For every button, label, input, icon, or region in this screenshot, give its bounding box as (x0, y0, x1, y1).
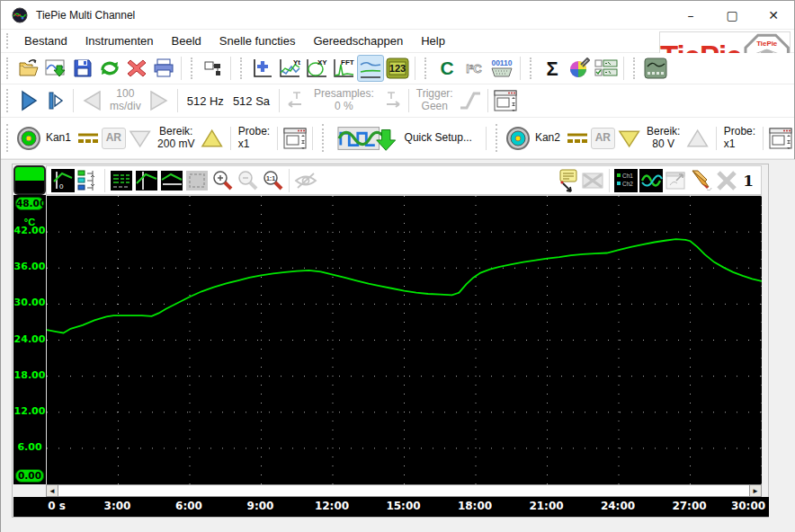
channel2-settings-button[interactable] (767, 125, 794, 152)
toolbar-grip[interactable] (633, 58, 638, 79)
minimize-button[interactable]: – (670, 1, 711, 30)
menu-item-gereedschappen[interactable]: Gereedschappen (304, 31, 412, 51)
svg-text:Σ: Σ (546, 58, 558, 79)
add-comment-button[interactable] (555, 168, 580, 192)
visibility-eye-button[interactable] (293, 168, 318, 192)
close-button[interactable]: ✕ (753, 1, 794, 30)
scrollbar-thumb[interactable] (58, 484, 749, 497)
channel2-bnc-icon[interactable] (505, 125, 531, 152)
toolbar-grip[interactable] (496, 124, 500, 153)
channel2-range: Bereik: 80 V (643, 126, 683, 151)
toolbar-grip[interactable] (6, 89, 11, 111)
channel2-coupling-icon[interactable] (564, 125, 591, 152)
menu-item-snelle-functies[interactable]: Snelle functies (210, 31, 305, 51)
axis-zero-button[interactable]: 0 (50, 168, 76, 192)
horizontal-cursor-button[interactable] (159, 168, 184, 192)
maximize-button[interactable]: ▢ (711, 1, 753, 30)
y-axis[interactable]: 48.0042.0036.0030.0024.0018.0012.006.000… (13, 195, 46, 484)
y-tick-label[interactable]: 0.00 (15, 469, 44, 483)
record-length-value[interactable]: 512 Sa (233, 94, 270, 108)
toolbar-grip[interactable] (6, 33, 11, 49)
serial-protocol-button[interactable]: 00110 (487, 55, 516, 82)
timebase-faster-button[interactable] (145, 87, 174, 114)
zoom-reset-button[interactable]: 1:1 (260, 168, 285, 192)
save-data-button[interactable] (42, 55, 69, 82)
plot-area[interactable] (46, 195, 762, 484)
menu-item-instrumenten[interactable]: Instrumenten (76, 31, 163, 51)
menu-item-bestand[interactable]: Bestand (15, 31, 76, 51)
math-sigma-button[interactable]: Σ (539, 55, 566, 82)
menu-item-help[interactable]: Help (412, 31, 454, 51)
title-bar: TiePie Multi Channel – ▢ ✕ (1, 1, 794, 30)
vertical-cursor-button[interactable] (134, 168, 159, 192)
toolbar-grip[interactable] (322, 124, 326, 153)
toolbar-grip[interactable] (240, 58, 245, 79)
yt-graph-button[interactable]: Yt (276, 55, 303, 82)
channel1-range-up-button[interactable] (198, 125, 226, 152)
channel2-range-up-button[interactable] (683, 125, 711, 152)
channel1-settings-button[interactable] (281, 125, 308, 152)
delete-button[interactable] (123, 55, 150, 82)
toolbar-grip[interactable] (6, 124, 11, 153)
start-button[interactable] (15, 87, 42, 114)
y-tick-label[interactable]: 48.00 (15, 197, 44, 210)
xy-graph-button[interactable]: XY (303, 55, 330, 82)
zoom-in-button[interactable] (210, 168, 235, 192)
scroll-right-button[interactable]: ► (749, 484, 762, 497)
scroll-left-button[interactable]: ◄ (46, 484, 58, 497)
delete-comment-button[interactable] (580, 168, 605, 192)
presamples-decrease-button[interactable] (283, 87, 310, 114)
add-graph-button[interactable] (249, 55, 276, 82)
horizontal-scrollbar[interactable]: ◄ ► (46, 484, 762, 497)
channel2-name: Kan2 (531, 132, 564, 145)
save-button[interactable] (69, 55, 96, 82)
oneshot-button[interactable] (42, 87, 69, 114)
print-button[interactable] (150, 55, 177, 82)
channel1-autorange-button[interactable]: AR (102, 128, 126, 149)
instrument-window-button[interactable] (642, 55, 669, 82)
svg-text:0: 0 (59, 182, 64, 191)
sample-rate-value[interactable]: 512 Hz (187, 94, 224, 108)
color-settings-button[interactable] (566, 55, 593, 82)
main-toolbar: Yt XY FFT (1, 53, 794, 84)
channel1-bnc-icon[interactable] (15, 125, 42, 152)
object-tree-button[interactable] (200, 55, 227, 82)
waveform-view-button[interactable] (639, 168, 664, 192)
pen-style-button[interactable] (689, 168, 714, 192)
channel1-coupling-icon[interactable] (75, 125, 102, 152)
i2c-protocol-button[interactable]: I²C (460, 55, 487, 82)
close-graph-button[interactable] (714, 168, 739, 192)
x-tick-label: 18:00 (458, 500, 492, 512)
toolbar-grip[interactable] (424, 58, 429, 79)
can-protocol-button[interactable]: C (433, 55, 460, 82)
line-display-button[interactable] (357, 55, 384, 82)
popout-window-button[interactable] (664, 168, 689, 192)
meter-display-button[interactable]: 123 (384, 55, 411, 82)
fft-graph-button[interactable]: FFT (330, 55, 357, 82)
svg-text:XY: XY (317, 58, 327, 66)
toolbar-grip[interactable] (6, 58, 11, 79)
zoom-out-button[interactable] (235, 168, 260, 192)
open-file-button[interactable] (15, 55, 42, 82)
quick-setup-button[interactable]: Quick Setup... (331, 125, 482, 152)
presamples-increase-button[interactable] (378, 87, 405, 114)
menu-item-beeld[interactable]: Beeld (163, 31, 210, 51)
channel-list-settings-button[interactable] (593, 55, 620, 82)
trigger-slope-icon[interactable] (457, 87, 484, 114)
acquisition-settings-button[interactable] (492, 87, 519, 114)
toolbar-grip[interactable] (191, 58, 195, 79)
legend-button[interactable]: Ch1 Ch2 (613, 168, 639, 192)
refresh-button[interactable] (96, 55, 123, 82)
channel1-range-down-button[interactable] (126, 125, 154, 152)
value-table-button[interactable] (109, 168, 134, 192)
svg-text:123: 123 (389, 63, 406, 74)
x-axis[interactable]: 0 s3:006:009:0012:0015:0018:0021:0024:00… (13, 497, 769, 517)
toolbar-grip[interactable] (530, 58, 534, 79)
graph-activity-indicator[interactable] (13, 165, 46, 195)
channel-offsets-button[interactable] (76, 168, 101, 192)
timebase-slower-button[interactable] (77, 87, 106, 114)
channel1-name: Kan1 (42, 132, 75, 145)
zoom-region-button[interactable] (184, 168, 210, 192)
channel2-range-down-button[interactable] (615, 125, 643, 152)
channel2-autorange-button[interactable]: AR (591, 128, 615, 149)
